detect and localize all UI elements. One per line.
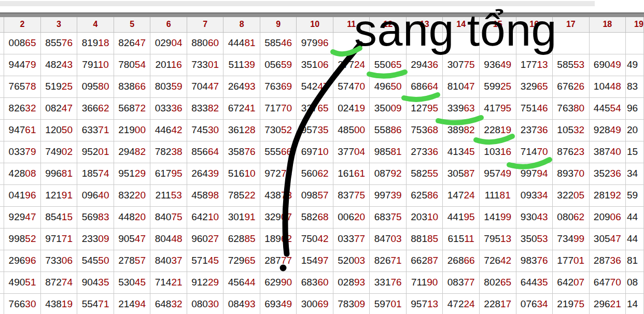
grid-cell[interactable]: 32907 <box>260 206 297 228</box>
grid-cell[interactable]: 29436 <box>406 54 443 76</box>
grid-cell[interactable]: 78238 <box>150 141 187 163</box>
grid-cell-clipped[interactable] <box>0 206 4 228</box>
grid-cell[interactable]: 23309 <box>77 228 114 250</box>
grid-cell-clipped[interactable] <box>0 293 4 314</box>
grid-cell[interactable]: 53045 <box>114 272 150 293</box>
grid-cell[interactable]: 82671 <box>370 250 407 272</box>
grid-cell[interactable]: 55566 <box>260 141 297 163</box>
grid-cell[interactable]: 58553 <box>553 54 590 76</box>
grid-cell[interactable]: 43819 <box>40 293 77 314</box>
grid-cell[interactable]: 74530 <box>187 119 223 141</box>
grid-cell[interactable]: 56872 <box>114 97 150 119</box>
grid-cell[interactable]: 51610 <box>223 163 260 184</box>
grid-cell[interactable]: 79110 <box>77 54 114 76</box>
grid-cell[interactable]: 44820 <box>114 206 150 228</box>
column-header[interactable]: 4 <box>77 17 114 32</box>
grid-cell[interactable]: 37704 <box>333 141 370 163</box>
grid-cell[interactable] <box>443 32 480 54</box>
grid-cell[interactable]: 83382 <box>187 97 223 119</box>
column-header[interactable]: 18 <box>589 17 626 32</box>
grid-cell[interactable]: 30069 <box>297 293 333 314</box>
grid-cell-clipped[interactable] <box>0 32 4 54</box>
grid-cell[interactable] <box>370 32 407 54</box>
grid-cell[interactable]: 42808 <box>4 163 41 184</box>
grid-cell[interactable]: 15497 <box>297 250 333 272</box>
grid-cell[interactable]: 97276 <box>260 163 297 184</box>
grid-cell[interactable]: 95201 <box>77 141 114 163</box>
column-header[interactable]: 19 <box>626 17 644 32</box>
grid-cell[interactable]: 12191 <box>40 184 77 206</box>
grid-cell[interactable]: 96 <box>626 97 644 119</box>
grid-cell[interactable]: 02904 <box>150 32 187 54</box>
grid-cell[interactable]: 63371 <box>77 119 114 141</box>
grid-cell[interactable]: 35009 <box>370 97 407 119</box>
grid-cell[interactable]: 45644 <box>223 272 260 293</box>
grid-cell[interactable]: 71770 <box>260 97 297 119</box>
grid-cell[interactable]: 02893 <box>333 272 370 293</box>
grid-cell[interactable]: 41795 <box>479 97 516 119</box>
grid-cell-clipped[interactable] <box>0 272 4 293</box>
grid-cell[interactable]: 92947 <box>4 206 41 228</box>
grid-cell[interactable]: 44 <box>626 228 644 250</box>
grid-cell[interactable]: 98581 <box>370 141 407 163</box>
grid-cell[interactable]: 81 <box>626 250 644 272</box>
grid-cell[interactable]: 95735 <box>297 119 333 141</box>
grid-cell[interactable]: 78522 <box>223 184 260 206</box>
grid-cell[interactable]: 83866 <box>114 76 150 97</box>
grid-cell[interactable]: 38982 <box>443 119 480 141</box>
grid-cell[interactable]: 14199 <box>479 206 516 228</box>
grid-cell[interactable]: 58268 <box>297 206 333 228</box>
grid-cell[interactable]: 79513 <box>479 228 516 250</box>
grid-cell[interactable]: 83775 <box>333 184 370 206</box>
grid-cell[interactable]: 09580 <box>77 76 114 97</box>
grid-cell[interactable]: 62885 <box>223 228 260 250</box>
grid-cell[interactable]: 69710 <box>297 141 333 163</box>
grid-cell[interactable]: 80359 <box>150 76 187 97</box>
grid-cell[interactable]: 30775 <box>443 54 480 76</box>
grid-cell[interactable]: 08377 <box>443 272 480 293</box>
grid-cell[interactable]: 94761 <box>4 119 41 141</box>
grid-cell[interactable]: 80448 <box>150 228 187 250</box>
grid-cell[interactable]: 26439 <box>187 163 223 184</box>
grid-cell[interactable] <box>516 32 553 54</box>
column-header[interactable]: 7 <box>187 17 223 32</box>
grid-cell[interactable]: 68360 <box>297 272 333 293</box>
grid-cell[interactable]: 90435 <box>77 272 114 293</box>
grid-cell[interactable]: 76380 <box>553 97 590 119</box>
grid-cell[interactable]: 14724 <box>443 184 480 206</box>
grid-cell[interactable] <box>479 32 516 54</box>
grid-cell[interactable]: 76369 <box>260 76 297 97</box>
grid-cell[interactable]: 59 <box>626 184 644 206</box>
grid-cell[interactable]: 72642 <box>479 250 516 272</box>
grid-cell[interactable]: 64210 <box>187 206 223 228</box>
grid-cell[interactable]: 29482 <box>114 141 150 163</box>
grid-cell[interactable]: 22819 <box>479 119 516 141</box>
grid-cell[interactable]: 69049 <box>589 54 626 76</box>
grid-cell-clipped[interactable] <box>0 119 4 141</box>
grid-cell[interactable]: 94479 <box>4 54 41 76</box>
grid-cell[interactable]: 67626 <box>553 76 590 97</box>
grid-cell[interactable]: 96027 <box>187 228 223 250</box>
grid-cell[interactable] <box>333 32 370 54</box>
grid-cell[interactable]: 58546 <box>260 32 297 54</box>
grid-cell[interactable]: 38740 <box>589 141 626 163</box>
grid-cell[interactable]: 78309 <box>333 293 370 314</box>
grid-cell[interactable]: 33176 <box>370 272 407 293</box>
grid-cell[interactable]: 20116 <box>150 54 187 76</box>
grid-cell-clipped[interactable] <box>0 97 4 119</box>
grid-cell[interactable]: 08 <box>626 272 644 293</box>
grid-cell[interactable]: 90547 <box>114 228 150 250</box>
grid-cell[interactable]: 48243 <box>40 54 77 76</box>
column-header[interactable]: 12 <box>370 17 407 32</box>
grid-cell[interactable]: 58255 <box>406 163 443 184</box>
grid-cell[interactable]: 09857 <box>297 184 333 206</box>
grid-cell[interactable]: 10448 <box>589 76 626 97</box>
grid-cell[interactable]: 95129 <box>114 163 150 184</box>
grid-cell[interactable]: 18962 <box>260 228 297 250</box>
grid-cell[interactable]: 82647 <box>114 32 150 54</box>
grid-cell[interactable]: 04196 <box>4 184 41 206</box>
grid-cell[interactable]: 15 <box>626 141 644 163</box>
grid-cell[interactable]: 99739 <box>370 184 407 206</box>
grid-cell[interactable]: 57470 <box>333 76 370 97</box>
grid-cell[interactable]: 21975 <box>553 293 590 314</box>
